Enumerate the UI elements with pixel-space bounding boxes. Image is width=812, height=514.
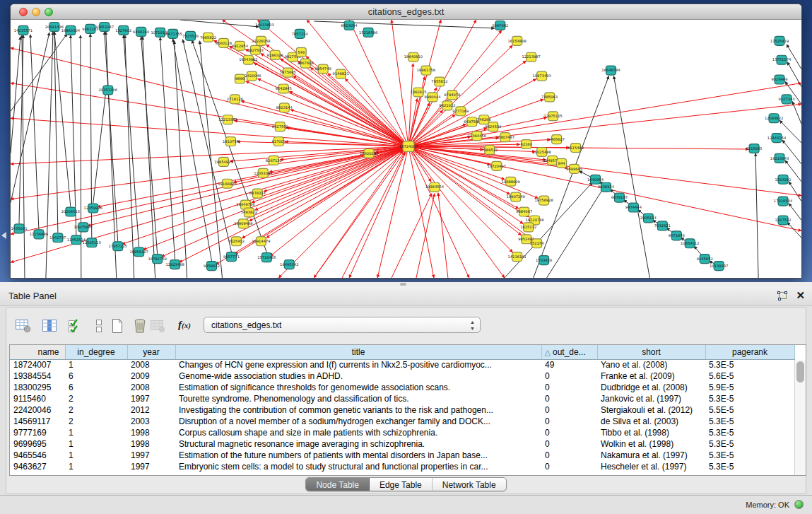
table-cell[interactable]: 9699695 bbox=[10, 438, 65, 450]
graph-edge[interactable] bbox=[290, 110, 408, 146]
graph-node[interactable]: 9242845 bbox=[276, 84, 292, 93]
graph-node[interactable]: 9458812 bbox=[204, 262, 220, 271]
graph-edge[interactable] bbox=[160, 37, 175, 259]
graph-edge[interactable] bbox=[408, 110, 443, 146]
graph-node[interactable]: 20353346 bbox=[99, 86, 117, 95]
graph-edge[interactable] bbox=[755, 153, 758, 278]
column-header[interactable]: pagerank bbox=[705, 345, 794, 359]
graph-node[interactable]: 16033803 bbox=[255, 20, 273, 29]
graph-node[interactable]: 1167532 bbox=[775, 216, 792, 225]
delete-column-icon[interactable] bbox=[131, 317, 148, 334]
table-cell[interactable]: Tibbo et al. (1998) bbox=[597, 427, 705, 438]
table-cell[interactable]: 2008 bbox=[127, 359, 175, 370]
table-cell[interactable]: Nakamura et al. (1997) bbox=[597, 450, 705, 461]
graph-node[interactable]: 11525419 bbox=[770, 36, 789, 45]
graph-node[interactable]: 7515526 bbox=[182, 31, 199, 40]
tab-network-table[interactable]: Network Table bbox=[433, 478, 506, 491]
table-cell[interactable]: 0 bbox=[541, 404, 597, 416]
graph-node[interactable]: 15716485 bbox=[257, 253, 276, 262]
table-cell[interactable]: Changes of HCN gene expression and I(f) … bbox=[175, 359, 541, 370]
table-cell[interactable]: 2003 bbox=[127, 416, 175, 427]
network-canvas[interactable]: 1403557120691436168833049361103106532871… bbox=[11, 20, 801, 278]
graph-node[interactable]: 22226058 bbox=[252, 36, 270, 45]
table-cell[interactable]: 9115460 bbox=[10, 393, 65, 404]
table-cell[interactable]: 1 bbox=[65, 359, 127, 370]
graph-node[interactable]: 9329966 bbox=[772, 75, 788, 84]
table-cell[interactable]: 1997 bbox=[127, 450, 175, 461]
table-cell[interactable]: 1997 bbox=[127, 461, 175, 472]
table-cell[interactable]: Corpus callosum shape and size in male p… bbox=[175, 427, 541, 438]
graph-node[interactable]: 7955812 bbox=[431, 77, 447, 86]
graph-edge[interactable] bbox=[285, 141, 408, 146]
table-selector-dropdown[interactable]: citations_edges.txt ▲▼ bbox=[204, 317, 481, 333]
graph-node[interactable]: 9146821 bbox=[333, 69, 349, 78]
table-cell[interactable]: 2 bbox=[65, 416, 127, 427]
table-cell[interactable]: Embryonic stem cells: a model to study s… bbox=[175, 461, 541, 472]
table-cell[interactable]: Yano et al. (2008) bbox=[597, 359, 705, 370]
table-row[interactable]: 2242004622012Investigating the contribut… bbox=[10, 404, 794, 416]
table-cell[interactable]: 1 bbox=[65, 450, 127, 461]
table-cell[interactable]: 1 bbox=[65, 461, 127, 472]
graph-edge[interactable] bbox=[298, 61, 408, 146]
table-cell[interactable]: 1 bbox=[65, 427, 127, 438]
graph-node[interactable]: 2867608 bbox=[298, 59, 314, 68]
graph-node[interactable]: 1342737 bbox=[49, 233, 66, 243]
table-cell[interactable]: 18724007 bbox=[10, 359, 65, 370]
table-cell[interactable]: Franke et al. (2009) bbox=[597, 370, 705, 382]
graph-node[interactable]: 1733426 bbox=[536, 256, 552, 265]
network-view[interactable]: 1403557120691436168833049361103106532871… bbox=[11, 20, 801, 278]
graph-node[interactable]: 8215955 bbox=[746, 144, 763, 153]
graph-node[interactable]: 12975105 bbox=[543, 112, 562, 121]
table-cell[interactable]: 6 bbox=[65, 382, 127, 393]
table-row[interactable]: 969969511998Structural magnetic resonanc… bbox=[10, 438, 794, 450]
table-cell[interactable]: 0 bbox=[541, 416, 597, 427]
column-header[interactable]: △ out_de... bbox=[541, 345, 597, 359]
graph-node[interactable]: 12213987 bbox=[522, 52, 540, 62]
graph-edge[interactable] bbox=[11, 34, 67, 111]
graph-node[interactable]: 844 bbox=[557, 158, 567, 168]
table-cell[interactable]: 9463627 bbox=[10, 461, 65, 472]
table-cell[interactable]: Jankovic et al. (1997) bbox=[597, 393, 705, 404]
graph-edge[interactable] bbox=[93, 85, 107, 203]
graph-node[interactable]: 14035571 bbox=[14, 25, 33, 35]
table-row[interactable]: 1456911722003Disruption of a novel membe… bbox=[10, 416, 794, 427]
graph-node[interactable]: 10025488 bbox=[532, 148, 551, 157]
graph-edge[interactable] bbox=[11, 146, 408, 234]
table-cell[interactable]: Stergiakouli et al. (2012) bbox=[597, 404, 705, 416]
graph-node[interactable]: 15218586 bbox=[359, 28, 377, 37]
graph-node[interactable]: 11156889 bbox=[30, 230, 48, 239]
graph-node[interactable]: 18640910 bbox=[404, 52, 423, 62]
graph-node[interactable]: 16720407 bbox=[488, 161, 506, 170]
graph-node[interactable]: 6466160 bbox=[133, 27, 149, 36]
table-cell[interactable]: 0 bbox=[541, 450, 597, 461]
table-cell[interactable]: 2008 bbox=[127, 382, 175, 393]
graph-node[interactable]: 2087682 bbox=[492, 21, 508, 30]
table-cell[interactable]: Wolkin et al. (1998) bbox=[597, 438, 705, 450]
graph-node[interactable]: 8990444 bbox=[424, 93, 440, 102]
table-cell[interactable]: 9465546 bbox=[10, 450, 65, 461]
graph-node[interactable]: 10654012 bbox=[681, 239, 699, 248]
graph-edge[interactable] bbox=[143, 37, 155, 278]
graph-node[interactable]: 8427552 bbox=[272, 122, 288, 132]
graph-edge[interactable] bbox=[22, 35, 25, 278]
graph-edge[interactable] bbox=[11, 33, 49, 203]
graph-edge[interactable] bbox=[782, 140, 801, 164]
tab-edge-table[interactable]: Edge Table bbox=[370, 478, 433, 491]
table-cell[interactable]: 2012 bbox=[127, 404, 175, 416]
table-row[interactable]: 1830029562008Estimation of significance … bbox=[10, 382, 794, 393]
table-cell[interactable]: 2009 bbox=[127, 370, 175, 382]
graph-node[interactable]: 7857224 bbox=[292, 29, 308, 38]
graph-edge[interactable] bbox=[175, 41, 187, 278]
graph-node[interactable]: 7485063 bbox=[541, 93, 558, 102]
tab-node-table[interactable]: Node Table bbox=[306, 478, 370, 491]
table-cell[interactable]: 2 bbox=[65, 404, 127, 416]
graph-node[interactable]: 152254 bbox=[530, 239, 544, 248]
table-row[interactable]: 946554611997Estimation of the future num… bbox=[10, 450, 794, 461]
table-cell[interactable]: Dudbridge et al. (2008) bbox=[597, 382, 705, 393]
column-header[interactable]: title bbox=[175, 345, 541, 359]
table-row[interactable]: 946362711997Embryonic stem cells: a mode… bbox=[10, 461, 794, 472]
table-cell[interactable]: 0 bbox=[541, 461, 597, 472]
graph-node[interactable]: 9699695 bbox=[566, 164, 582, 173]
table-cell[interactable]: Structural magnetic resonance image aver… bbox=[175, 438, 541, 450]
column-header[interactable]: year bbox=[127, 345, 175, 359]
